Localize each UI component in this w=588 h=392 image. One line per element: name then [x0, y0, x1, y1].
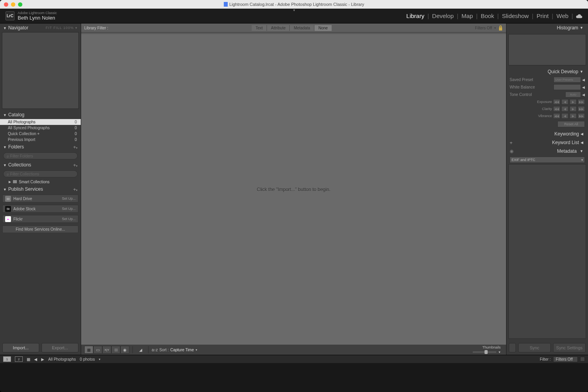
nav-forward-icon[interactable]: ▶: [41, 357, 44, 361]
view-loupe-button[interactable]: ▭: [93, 346, 102, 354]
publish-header[interactable]: ▼Publish Services +▾: [0, 185, 81, 193]
monitor-1-button[interactable]: 1: [3, 356, 11, 362]
folders-filter-input[interactable]: ⌕ Filter Folders: [3, 152, 78, 159]
exposure-down-large[interactable]: ◀◀: [553, 99, 560, 105]
vibrance-up-large[interactable]: ▶▶: [578, 113, 585, 119]
clarity-down[interactable]: ◀: [561, 106, 568, 112]
find-more-services-button[interactable]: Find More Services Online...: [2, 226, 78, 233]
smart-collections-row[interactable]: ▶ Smart Collections: [0, 179, 81, 185]
module-map[interactable]: Map: [461, 13, 474, 19]
saved-preset-combo[interactable]: User Presets: [554, 77, 581, 83]
vibrance-down[interactable]: ◀: [561, 113, 568, 119]
filmstrip-filter-switch[interactable]: [580, 357, 585, 361]
expand-icon[interactable]: ◀: [582, 93, 585, 97]
metadata-header[interactable]: ◉ Metadata▼: [506, 147, 588, 155]
white-balance-combo[interactable]: [554, 84, 581, 90]
module-develop[interactable]: Develop: [431, 13, 454, 19]
module-library[interactable]: Library: [406, 13, 425, 19]
grid-icon[interactable]: ▦: [27, 357, 30, 361]
publish-row-flickr[interactable]: •• Flickr Set Up...: [2, 215, 78, 223]
sync-switch[interactable]: [509, 343, 516, 352]
collections-header[interactable]: ▼Collections +▾: [0, 161, 81, 169]
navigator-header[interactable]: ▼Navigator FIT FILL 100% ▾: [0, 23, 81, 32]
exposure-down[interactable]: ◀: [561, 99, 568, 105]
view-people-button[interactable]: ◉: [120, 346, 129, 354]
zoom-window-button[interactable]: [18, 2, 22, 7]
publish-row-hard-drive[interactable]: ▭ Hard Drive Set Up...: [2, 195, 78, 202]
exposure-up-large[interactable]: ▶▶: [578, 99, 585, 105]
grid-view[interactable]: Click the "Import..." button to begin.: [81, 33, 506, 345]
filter-lock-icon[interactable]: [498, 25, 503, 31]
publish-setup-link[interactable]: Set Up...: [62, 207, 76, 211]
painter-tool-button[interactable]: ◢: [136, 346, 145, 354]
vibrance-down-large[interactable]: ◀◀: [553, 113, 560, 119]
catalog-row-all-photographs[interactable]: All Photographs 0: [0, 119, 81, 125]
sort-direction-icon[interactable]: a↕z: [152, 348, 158, 352]
catalog-header[interactable]: ▼Catalog: [0, 110, 81, 119]
monitor-2-button[interactable]: 2: [15, 356, 23, 362]
thumbnail-size-slider[interactable]: [473, 351, 496, 353]
add-keyword-button[interactable]: +: [510, 140, 513, 146]
module-web[interactable]: Web: [556, 13, 570, 19]
filmstrip-filter-label: Filter :: [540, 357, 551, 361]
publish-setup-link[interactable]: Set Up...: [62, 217, 76, 221]
expand-icon[interactable]: ◀: [582, 85, 585, 89]
filter-tab-metadata[interactable]: Metadata: [289, 25, 314, 31]
expand-icon[interactable]: ◀: [582, 78, 585, 82]
metadata-preset-combo[interactable]: EXIF and IPTC ▾: [510, 157, 585, 163]
histogram-display[interactable]: [508, 34, 586, 65]
filter-tab-text[interactable]: Text: [252, 25, 267, 31]
keyword-list-header[interactable]: + Keyword List◀: [506, 138, 588, 147]
module-print[interactable]: Print: [536, 13, 550, 19]
publish-row-adobe-stock[interactable]: St Adobe Stock Set Up...: [2, 205, 78, 213]
histogram-header[interactable]: Histogram▼: [506, 23, 588, 32]
toolbar-menu-icon[interactable]: ▾: [499, 350, 501, 354]
view-grid-button[interactable]: ▦: [84, 346, 93, 354]
navigator-preview[interactable]: [2, 32, 79, 109]
breadcrumb[interactable]: All Photographs: [48, 357, 76, 361]
filmstrip-filter-combo[interactable]: Filters Off: [553, 356, 578, 362]
sort-value[interactable]: Capture Time: [170, 348, 194, 352]
identity-plate[interactable]: LrC Adobe Lightroom Classic Beth Lynn No…: [5, 11, 57, 21]
filters-off-label[interactable]: Filters Off: [475, 26, 492, 30]
chevron-down-icon[interactable]: ▾: [494, 26, 496, 30]
import-button[interactable]: Import...: [2, 343, 39, 352]
eye-icon[interactable]: ◉: [510, 148, 514, 154]
view-survey-button[interactable]: ▯▯: [111, 346, 120, 354]
minimize-window-button[interactable]: [11, 2, 15, 7]
collections-filter-input[interactable]: ⌕ Filter Collections: [3, 170, 78, 177]
clarity-up-large[interactable]: ▶▶: [578, 106, 585, 112]
catalog-row-quick-collection[interactable]: Quick Collection + 0: [0, 131, 81, 137]
sync-settings-button[interactable]: Sync Settings: [553, 343, 586, 352]
clarity-up[interactable]: ▶: [570, 106, 577, 112]
sync-button[interactable]: Sync: [518, 343, 551, 352]
close-window-button[interactable]: [4, 2, 8, 7]
module-book[interactable]: Book: [480, 13, 495, 19]
cloud-sync-icon[interactable]: [575, 14, 583, 18]
reset-all-button[interactable]: Reset All: [557, 121, 585, 127]
publish-setup-link[interactable]: Set Up...: [62, 197, 76, 201]
export-button[interactable]: Export...: [42, 343, 78, 352]
add-folder-button[interactable]: +▾: [73, 144, 78, 150]
nav-back-icon[interactable]: ◀: [34, 357, 37, 361]
filter-tab-none[interactable]: None: [314, 25, 332, 31]
app-name: Adobe Lightroom Classic: [18, 11, 57, 15]
folders-header[interactable]: ▼Folders +▾: [0, 143, 81, 151]
view-compare-button[interactable]: X|Y: [102, 346, 111, 354]
filmstrip-thumbnails[interactable]: [0, 363, 588, 392]
catalog-row-previous-import[interactable]: Previous Import 0: [0, 137, 81, 143]
exposure-up[interactable]: ▶: [570, 99, 577, 105]
filter-tab-attribute[interactable]: Attribute: [267, 25, 289, 31]
quick-develop-header[interactable]: Quick Develop▼: [506, 67, 588, 76]
chevron-down-icon[interactable]: ▾: [99, 358, 100, 361]
keywording-header[interactable]: Keywording◀: [506, 130, 588, 138]
clarity-down-large[interactable]: ◀◀: [553, 106, 560, 112]
catalog-row-synced[interactable]: All Synced Photographs 0: [0, 125, 81, 131]
add-collection-button[interactable]: +▾: [73, 162, 78, 168]
navigator-zoom-modes[interactable]: FIT FILL 100% ▾: [45, 26, 78, 30]
auto-tone-button[interactable]: Auto: [565, 92, 581, 98]
module-slideshow[interactable]: Slideshow: [501, 13, 529, 19]
chevron-down-icon[interactable]: ▾: [196, 348, 197, 352]
add-publish-service-button[interactable]: +▾: [73, 186, 78, 192]
vibrance-up[interactable]: ▶: [570, 113, 577, 119]
